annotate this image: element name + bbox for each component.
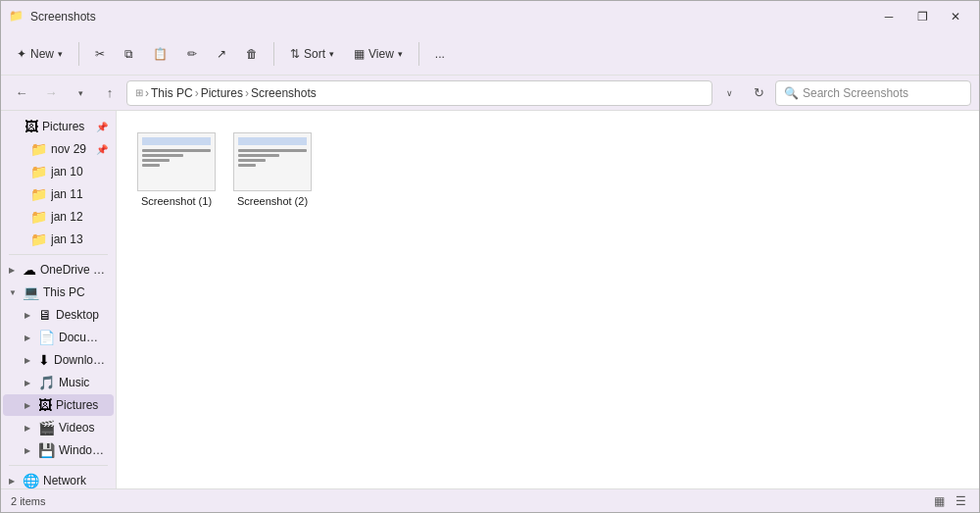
dropdown-history-button[interactable]: ▾ [68,80,93,106]
sidebar-item-label: nov 29 [51,142,86,156]
minimize-button[interactable]: ─ [873,6,905,27]
view-list-button[interactable]: ☰ [952,492,969,510]
title-bar: 📁 Screenshots ─ ❐ ✕ [1,1,979,32]
sidebar-item-label: jan 13 [51,232,83,246]
sidebar-item-label: Windows-SSD ( [59,443,108,457]
jan11-icon: 📁 [30,186,47,202]
view-chevron-icon: ▾ [398,49,403,59]
thumb-line-5 [238,149,307,152]
forward-button[interactable]: → [38,80,64,106]
sidebar-item-jan10[interactable]: 📁 jan 10 [3,161,114,182]
view-toggle-icons: ▦ ☰ [930,492,969,510]
sidebar-item-music[interactable]: ▶ 🎵 Music [3,372,114,393]
videos-icon: 🎬 [38,420,55,436]
sidebar-item-label: Music [59,376,89,389]
sidebar-separator-2 [9,465,108,466]
sort-label: Sort [304,47,325,61]
onedrive-icon: ☁ [23,262,36,278]
expand-icon-documents: ▶ [24,333,34,342]
paste-icon: 📋 [153,47,168,61]
refresh-button[interactable]: ↻ [746,80,771,106]
file-name-screenshot2: Screenshot (2) [237,195,308,207]
expand-icon-videos: ▶ [24,424,34,433]
sidebar-item-label: jan 11 [51,187,83,201]
sidebar-item-desktop[interactable]: ▶ 🖥 Desktop [3,304,114,326]
sidebar-item-jan13[interactable]: 📁 jan 13 [3,229,114,250]
back-button[interactable]: ← [9,80,34,106]
sort-button[interactable]: ⇅ Sort ▾ [282,43,342,65]
new-button[interactable]: ✦ New ▾ [9,43,71,65]
rename-button[interactable]: ✏ [179,43,205,65]
window-title: Screenshots [30,10,96,24]
address-dropdown-button[interactable]: ∨ [716,80,742,106]
view-button[interactable]: ▦ View ▾ [346,43,411,65]
address-bar-row: ← → ▾ ↑ ⊞ › This PC › Pictures › Screens… [1,76,979,111]
breadcrumb-pictures[interactable]: Pictures [201,86,243,100]
toolbar-separator-1 [78,42,79,66]
sidebar-item-windowsssd[interactable]: ▶ 💾 Windows-SSD ( [3,439,114,461]
status-items-count: 2 items [11,495,45,507]
expand-icon-thispc: ▼ [9,288,19,297]
sidebar-item-videos[interactable]: ▶ 🎬 Videos [3,417,114,438]
expand-icon-music: ▶ [24,379,34,387]
file-name-screenshot1: Screenshot (1) [141,195,212,207]
thumb-inner [138,133,215,190]
sidebar-item-pictures-thispc[interactable]: ▶ 🖼 Pictures [3,394,114,416]
sidebar-item-label: Desktop [56,308,99,322]
cut-button[interactable]: ✂ [87,43,113,65]
sidebar-item-onedrive[interactable]: ▶ ☁ OneDrive - Perso [3,259,114,281]
file-grid: Screenshot (1) Screenshot (2) [132,127,963,213]
copy-button[interactable]: ⧉ [117,43,141,65]
restore-button[interactable]: ❐ [906,6,938,27]
sidebar-item-label: jan 12 [51,210,83,224]
breadcrumb-thispc[interactable]: This PC [151,86,193,100]
new-icon: ✦ [17,47,26,61]
view-grid-button[interactable]: ▦ [930,492,948,510]
up-button[interactable]: ↑ [97,80,122,106]
address-bar[interactable]: ⊞ › This PC › Pictures › Screenshots [126,80,712,106]
search-placeholder: Search Screenshots [803,86,908,100]
thispc-icon: 💻 [23,284,39,300]
sidebar-item-network[interactable]: ▶ 🌐 Network [3,470,114,488]
file-item-screenshot1[interactable]: Screenshot (1) [132,127,220,213]
thumb-line-4 [142,164,160,167]
more-button[interactable]: ... [427,43,453,65]
sidebar-item-pictures-pinned[interactable]: 🖼 Pictures 📌 [3,116,114,137]
window-controls: ─ ❐ ✕ [873,6,971,27]
thumb-line-8 [238,164,256,167]
sidebar-item-label: OneDrive - Perso [40,263,108,277]
share-button[interactable]: ↗ [209,43,234,65]
title-bar-left: 📁 Screenshots [9,9,96,25]
sidebar-item-label: jan 10 [51,165,83,179]
toolbar-separator-3 [418,42,419,66]
expand-icon-downloads: ▶ [24,356,34,365]
sidebar-item-nov29[interactable]: 📁 nov 29 📌 [3,138,114,160]
file-area: Screenshot (1) Screenshot (2) [117,111,979,488]
window-icon: 📁 [9,9,24,25]
breadcrumb-screenshots[interactable]: Screenshots [251,86,317,100]
search-icon: 🔍 [784,86,799,100]
close-button[interactable]: ✕ [940,6,971,27]
paste-button[interactable]: 📋 [145,43,175,65]
file-thumbnail-screenshot1 [137,132,216,191]
sidebar-item-label: Pictures [56,398,98,412]
toolbar-separator-2 [273,42,274,66]
thumb-line-2 [142,154,183,157]
jan12-icon: 📁 [30,209,47,225]
sidebar-item-jan12[interactable]: 📁 jan 12 [3,206,114,228]
sidebar-item-documents[interactable]: ▶ 📄 Documents [3,327,114,348]
rename-icon: ✏ [187,47,197,61]
file-item-screenshot2[interactable]: Screenshot (2) [228,127,317,213]
thumb-line-7 [238,159,266,162]
more-icon: ... [435,47,445,61]
documents-icon: 📄 [38,330,55,345]
expand-icon-pictures: ▶ [24,401,34,410]
new-label: New [30,47,54,61]
thumb-inner-2 [234,133,311,190]
status-bar: 2 items ▦ ☰ [1,488,979,512]
search-box[interactable]: 🔍 Search Screenshots [775,80,971,106]
sidebar-item-downloads[interactable]: ▶ ⬇ Downloads [3,349,114,371]
delete-button[interactable]: 🗑 [238,43,266,65]
sidebar-item-jan11[interactable]: 📁 jan 11 [3,183,114,205]
sidebar-item-thispc[interactable]: ▼ 💻 This PC [3,282,114,303]
